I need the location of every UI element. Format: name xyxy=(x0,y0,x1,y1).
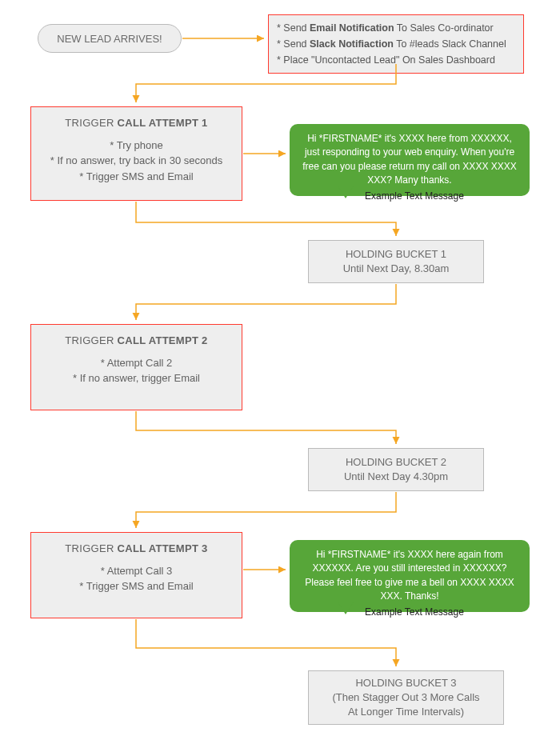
call2-b2: If no answer, trigger Email xyxy=(41,370,232,386)
msg3-text: Hi *FIRSTNAME* it's XXXX here again from… xyxy=(305,549,514,602)
start-label: NEW LEAD ARRIVES! xyxy=(57,33,162,45)
holding-bucket-1: HOLDING BUCKET 1 Until Next Day, 8.30am xyxy=(308,240,484,283)
holding-bucket-3: HOLDING BUCKET 3 (Then Stagger Out 3 Mor… xyxy=(308,670,504,725)
call3-b1: Attempt Call 3 xyxy=(41,563,232,579)
hold1-l1: HOLDING BUCKET 1 xyxy=(346,247,446,262)
msg1-text: Hi *FIRSTNAME* it's XXXX here from XXXXX… xyxy=(302,133,516,186)
hold3-l3: At Longer Time Intervals) xyxy=(348,705,464,719)
call2-title: TRIGGER CALL ATTEMPT 2 xyxy=(41,333,232,349)
hold2-l2: Until Next Day 4.30pm xyxy=(344,470,448,484)
notif-row-2: Send Slack Notifiaction To #leads Slack … xyxy=(277,36,515,52)
call3-b2: Trigger SMS and Email xyxy=(41,578,232,594)
msg3-caption: Example Text Message xyxy=(365,606,464,618)
call-attempt-2-box: TRIGGER CALL ATTEMPT 2 Attempt Call 2 If… xyxy=(30,324,242,410)
msg1-caption: Example Text Message xyxy=(365,190,464,202)
hold1-l2: Until Next Day, 8.30am xyxy=(343,262,450,276)
call1-b1: Try phone xyxy=(41,138,232,154)
sms1-tail-icon xyxy=(338,186,354,198)
call1-title: TRIGGER CALL ATTEMPT 1 xyxy=(41,115,232,131)
example-sms-3: Hi *FIRSTNAME* it's XXXX here again from… xyxy=(290,540,530,612)
hold3-l2: (Then Stagger Out 3 More Calls xyxy=(332,690,479,705)
call2-b1: Attempt Call 2 xyxy=(41,355,232,371)
hold2-l1: HOLDING BUCKET 2 xyxy=(346,455,446,470)
call-attempt-1-box: TRIGGER CALL ATTEMPT 1 Try phone If no a… xyxy=(30,106,242,201)
call1-b2: If no answer, try back in 30 seconds xyxy=(41,153,232,169)
call3-title: TRIGGER CALL ATTEMPT 3 xyxy=(41,541,232,557)
sms3-tail-icon xyxy=(338,602,354,614)
call1-b3: Trigger SMS and Email xyxy=(41,169,232,185)
start-node: NEW LEAD ARRIVES! xyxy=(38,24,182,53)
hold3-l1: HOLDING BUCKET 3 xyxy=(355,676,456,690)
example-sms-1: Hi *FIRSTNAME* it's XXXX here from XXXXX… xyxy=(290,124,530,196)
holding-bucket-2: HOLDING BUCKET 2 Until Next Day 4.30pm xyxy=(308,448,484,491)
notifications-box: Send Email Notification To Sales Co-ordi… xyxy=(268,14,524,74)
call-attempt-3-box: TRIGGER CALL ATTEMPT 3 Attempt Call 3 Tr… xyxy=(30,532,242,618)
notif-row-3: Place "Uncontacted Lead" On Sales Dashbo… xyxy=(277,52,515,68)
notif-row-1: Send Email Notification To Sales Co-ordi… xyxy=(277,20,515,36)
